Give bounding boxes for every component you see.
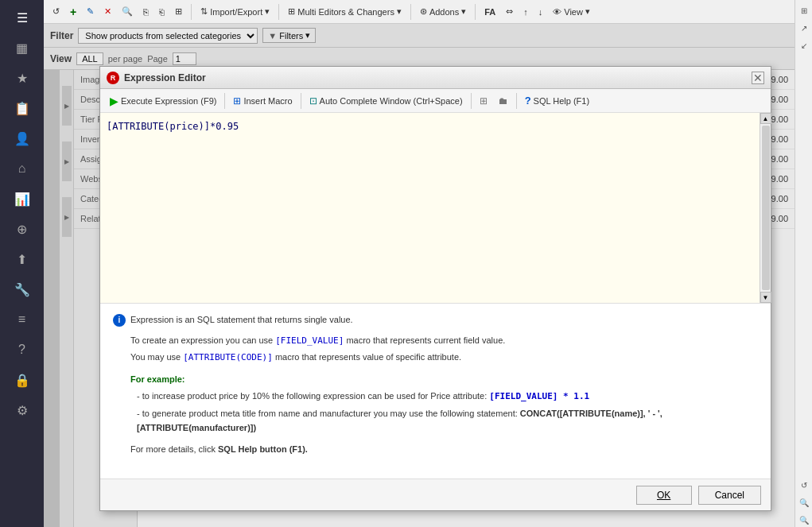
toolbar-icon1-button[interactable]: ⊞ <box>475 94 492 108</box>
toolbar-icon1: ⊞ <box>480 95 488 107</box>
edit-button[interactable]: ✎ <box>83 5 98 18</box>
view-button[interactable]: 👁 View ▾ <box>549 5 594 18</box>
cancel-button[interactable]: Cancel <box>698 486 761 505</box>
copy-button[interactable]: ⎘ <box>139 6 153 18</box>
right-panel-btn-6[interactable]: 🔍 <box>797 513 811 527</box>
separator-4 <box>475 4 476 20</box>
sidebar-item-home[interactable]: ⌂ <box>6 154 38 183</box>
import-export-icon: ⇅ <box>200 6 208 17</box>
dialog-title-left: R Expression Editor <box>107 72 206 84</box>
info-para1-suffix: macro that represents current field valu… <box>346 335 505 345</box>
toolbar-icon2-button[interactable]: 🖿 <box>494 94 513 108</box>
execute-icon: ▶ <box>110 95 118 107</box>
more-details-prefix: For more details, click <box>130 444 218 454</box>
info-row: i Expression is an SQL statement that re… <box>113 313 758 327</box>
separator-3 <box>410 4 411 20</box>
right-panel-btn-1[interactable]: ⊞ <box>797 3 811 17</box>
dialog-title-text: Expression Editor <box>124 72 206 83</box>
toolbar-sep-1 <box>224 93 225 109</box>
ok-button[interactable]: OK <box>636 486 692 505</box>
info-para2-suffix: macro that represents value of specific … <box>275 352 461 362</box>
sort-asc-button[interactable]: ↑ <box>519 6 532 18</box>
info-icon: i <box>113 314 126 327</box>
add-button[interactable]: + <box>66 4 80 20</box>
example2-code-cont: [ATTRIBUTE(manufacturer)]) <box>137 423 256 432</box>
execute-expression-button[interactable]: ▶ Execute Expression (F9) <box>105 93 221 109</box>
info-example-header: For example: <box>130 373 758 387</box>
delete-button[interactable]: ✕ <box>100 5 115 18</box>
sidebar-item-upload[interactable]: ⬆ <box>6 245 38 273</box>
left-sidebar: ☰ ▦ ★ 📋 👤 ⌂ 📊 ⊕ ⬆ 🔧 ≡ ? 🔒 ⚙ <box>0 0 44 527</box>
editor-area: [ATTRIBUTE(price)]*0.95 ▲ ▼ <box>100 113 771 304</box>
sql-help-button[interactable]: ? SQL Help (F1) <box>520 93 594 108</box>
addons-button[interactable]: ⊛ Addons ▾ <box>416 5 470 18</box>
info-more-details-row: For more details, click SQL Help button … <box>130 443 758 457</box>
sql-help-icon: ? <box>525 95 531 107</box>
view-icon: 👁 <box>553 7 561 17</box>
info-para2-prefix: You may use <box>130 352 183 362</box>
dialog-titlebar: R Expression Editor ✕ <box>100 67 771 89</box>
dialog-footer: OK Cancel <box>100 479 771 510</box>
info-example2-prefix: - to generate product meta title from na… <box>137 409 520 418</box>
dropdown-arrow-2-icon: ▾ <box>397 6 402 17</box>
dialog-logo-icon: R <box>107 72 119 84</box>
scrollbar-down-button[interactable]: ▼ <box>760 292 771 303</box>
sidebar-item-settings[interactable]: ⚙ <box>6 396 38 424</box>
toolbar-sep-2 <box>301 93 301 109</box>
refresh-button[interactable]: ↺ <box>49 5 64 18</box>
paste-button[interactable]: ⎗ <box>155 6 169 18</box>
editor-scrollbar[interactable]: ▲ ▼ <box>760 113 771 303</box>
info-main-text: Expression is an SQL statement that retu… <box>130 313 353 327</box>
scrollbar-thumb[interactable] <box>762 126 770 290</box>
multi-editors-button[interactable]: ⊞ Multi Editors & Changers ▾ <box>284 5 406 18</box>
dropdown-arrow-icon: ▾ <box>265 6 270 17</box>
sidebar-item-user[interactable]: 👤 <box>6 124 38 153</box>
example1-code: [FIELD_VALUE] * 1.1 <box>489 391 589 401</box>
align-button[interactable]: ⇔ <box>502 5 517 18</box>
dialog-info: i Expression is an SQL statement that re… <box>100 304 771 479</box>
field-value-macro: [FIELD_VALUE] <box>275 335 344 346</box>
right-panel: ⊞ ↗ ↙ ↺ 🔍 🔍 <box>795 0 812 527</box>
dialog-close-button[interactable]: ✕ <box>752 72 764 84</box>
info-example1-prefix: - to increase product price by 10% the f… <box>137 391 489 401</box>
info-para2-row: You may use [ATTRIBUTE(CODE)] macro that… <box>130 351 758 365</box>
sidebar-item-question[interactable]: ? <box>6 335 38 364</box>
import-export-button[interactable]: ⇅ Import/Export ▾ <box>196 5 274 18</box>
sidebar-item-document[interactable]: 📋 <box>6 94 38 122</box>
sidebar-item-menu[interactable]: ☰ <box>6 3 38 32</box>
toolbar-sep-3 <box>471 93 472 109</box>
sql-help-ref: SQL Help button (F1). <box>218 444 308 454</box>
sidebar-item-star[interactable]: ★ <box>6 64 38 92</box>
auto-complete-button[interactable]: ⊡ Auto Complete Window (Ctrl+Space) <box>305 94 468 108</box>
example2-code: CONCAT([ATTRIBUTE(name)], ' - ', <box>520 409 662 418</box>
sort-desc-button[interactable]: ↓ <box>534 6 547 18</box>
info-example1-row: - to increase product price by 10% the f… <box>137 389 758 404</box>
right-panel-btn-3[interactable]: ↙ <box>797 38 811 52</box>
toolbar-icon2: 🖿 <box>499 95 508 107</box>
info-example2-row: - to generate product meta title from na… <box>137 407 758 435</box>
sidebar-item-wrench[interactable]: 🔧 <box>6 275 38 304</box>
right-panel-btn-2[interactable]: ↗ <box>797 21 811 35</box>
expression-textarea[interactable]: [ATTRIBUTE(price)]*0.95 <box>100 113 760 303</box>
expression-editor-dialog: R Expression Editor ✕ ▶ Execute Expressi… <box>99 66 771 511</box>
sidebar-item-chart[interactable]: 📊 <box>6 184 38 213</box>
for-example-text: For example: <box>130 374 185 384</box>
attribute-code-macro: [ATTRIBUTE(CODE)] <box>183 352 273 362</box>
view-arrow-icon: ▾ <box>585 6 590 17</box>
fa-button[interactable]: FA <box>480 6 499 18</box>
right-panel-btn-4[interactable]: ↺ <box>797 478 811 492</box>
insert-macro-button[interactable]: ⊞ Insert Macro <box>228 94 297 108</box>
sidebar-item-layers[interactable]: ≡ <box>6 305 38 334</box>
sidebar-item-lock[interactable]: 🔒 <box>6 366 38 394</box>
sidebar-item-grid[interactable]: ▦ <box>6 33 38 62</box>
auto-complete-icon: ⊡ <box>309 95 317 107</box>
scrollbar-up-button[interactable]: ▲ <box>760 113 771 124</box>
right-panel-btn-5[interactable]: 🔍 <box>797 495 811 510</box>
search-button[interactable]: 🔍 <box>118 5 137 18</box>
separator-1 <box>191 4 192 20</box>
more-button[interactable]: ⊞ <box>171 5 186 18</box>
sidebar-item-puzzle[interactable]: ⊕ <box>6 215 38 243</box>
top-toolbar: ↺ + ✎ ✕ 🔍 ⎘ ⎗ ⊞ ⇅ Import/Export ▾ ⊞ Mult… <box>44 0 812 24</box>
dropdown-arrow-3-icon: ▾ <box>461 6 466 17</box>
insert-macro-icon: ⊞ <box>233 95 241 107</box>
